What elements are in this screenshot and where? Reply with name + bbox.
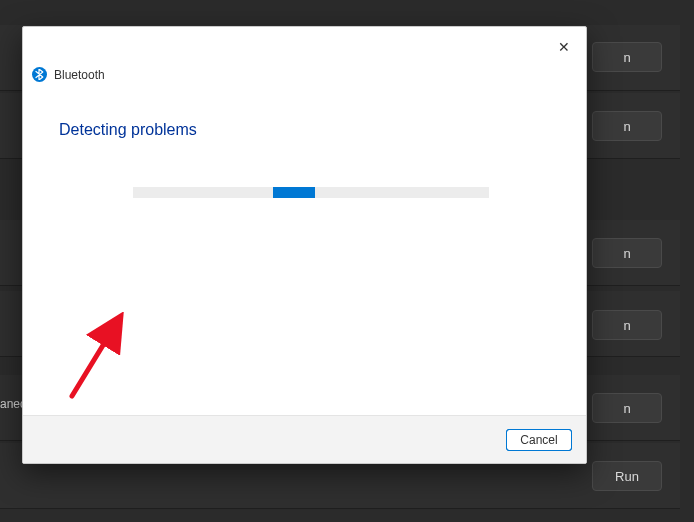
dialog-footer: Cancel [23,415,586,463]
close-icon: ✕ [558,39,570,55]
run-button[interactable]: n [592,42,662,72]
cancel-button[interactable]: Cancel [506,429,572,451]
run-button[interactable]: n [592,238,662,268]
run-button[interactable]: n [592,111,662,141]
dialog-title: Bluetooth [54,68,105,82]
troubleshooter-dialog: ✕ Bluetooth Detecting problems [22,26,587,464]
dialog-title-area: Bluetooth [32,67,105,82]
dialog-body: Detecting problems [23,97,586,415]
progress-bar [133,187,489,198]
run-button[interactable]: n [592,310,662,340]
annotation-arrow-icon [66,312,128,402]
svg-line-0 [72,324,116,396]
status-heading: Detecting problems [59,121,550,139]
glow-overlay [61,237,181,357]
run-button[interactable]: Run [592,461,662,491]
cancel-button-label: Cancel [520,433,557,447]
dialog-header: ✕ Bluetooth [23,27,586,97]
run-button[interactable]: n [592,393,662,423]
bluetooth-icon [32,67,47,82]
close-button[interactable]: ✕ [554,37,574,57]
progress-chunk [273,187,315,198]
